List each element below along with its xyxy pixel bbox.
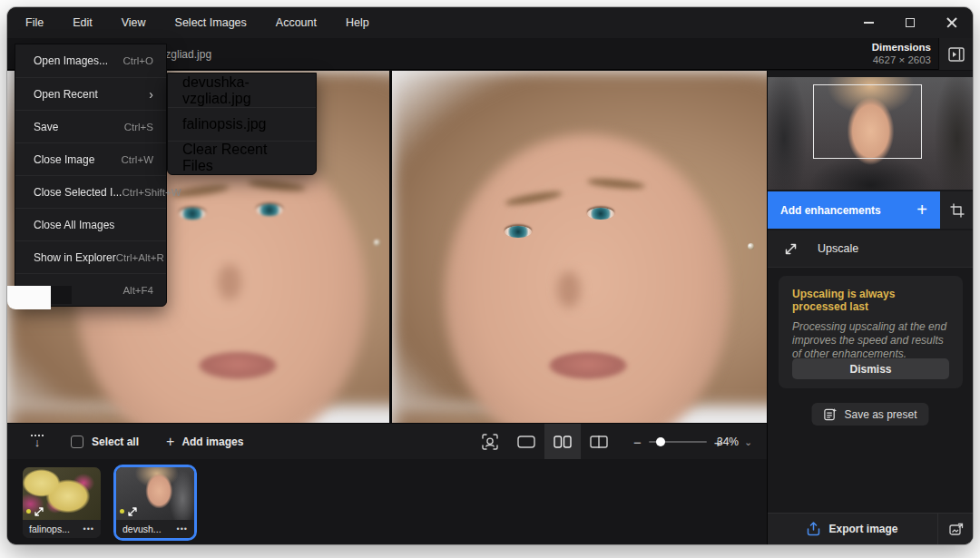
status-dot bbox=[120, 509, 124, 514]
cursor-artifact bbox=[51, 286, 72, 304]
bottom-toolbar: ↓ Select all + Add images bbox=[7, 423, 767, 459]
page-background: ✓ Preview Updated ↓ Select all + Add ima… bbox=[0, 0, 980, 558]
filmstrip-card-devushka[interactable]: devush... ••• bbox=[116, 467, 194, 538]
close-button[interactable] bbox=[931, 7, 973, 38]
menu-item-open-recent[interactable]: Open Recent › bbox=[15, 77, 166, 110]
more-options-button[interactable]: ••• bbox=[177, 524, 188, 534]
add-images-label: Add images bbox=[181, 436, 243, 448]
menu-help[interactable]: Help bbox=[331, 7, 384, 38]
app-window: ✓ Preview Updated ↓ Select all + Add ima… bbox=[7, 7, 973, 544]
menu-file[interactable]: File bbox=[7, 7, 58, 38]
menu-item-close-selected[interactable]: Close Selected I... Ctrl+Shift+W bbox=[15, 175, 166, 208]
open-recent-submenu: devushka-vzgliad.jpg falinopsis.jpg Clea… bbox=[167, 73, 317, 175]
minimize-icon bbox=[864, 22, 874, 24]
dismiss-button[interactable]: Dismiss bbox=[792, 358, 949, 379]
maximize-button[interactable] bbox=[889, 7, 931, 38]
zoom-value-dropdown[interactable]: 34% ⌄ bbox=[717, 424, 752, 460]
after-photo bbox=[392, 71, 767, 423]
maximize-icon bbox=[906, 18, 915, 27]
plus-icon: + bbox=[916, 200, 927, 220]
add-enhancements-button[interactable]: Add enhancements + bbox=[768, 191, 940, 229]
face-recovery-view-button[interactable] bbox=[472, 424, 508, 460]
face-scan-icon bbox=[482, 434, 498, 450]
panel-collapse-icon bbox=[948, 47, 965, 62]
dimensions-value: 4627 × 2603 bbox=[872, 54, 931, 66]
upscale-badge-icon bbox=[127, 506, 138, 517]
menu-item-save[interactable]: Save Ctrl+S bbox=[15, 110, 166, 142]
window-controls bbox=[848, 7, 973, 38]
menu-item-close-all[interactable]: Close All Images bbox=[15, 208, 166, 240]
clear-recent-files[interactable]: Clear Recent Files bbox=[168, 141, 316, 174]
export-bar: Export image bbox=[768, 513, 973, 544]
warning-body: Processing upscaling at the end improves… bbox=[792, 320, 949, 361]
crop-icon bbox=[950, 203, 965, 218]
white-overlay-artifact bbox=[7, 286, 51, 309]
plus-icon: + bbox=[166, 434, 174, 450]
arrow-down-icon: ↓ bbox=[34, 437, 41, 448]
upscale-icon bbox=[784, 242, 798, 256]
save-as-preset-button[interactable]: Save as preset bbox=[811, 403, 928, 426]
image-external-icon bbox=[949, 523, 964, 536]
zoom-out-button[interactable]: − bbox=[633, 435, 642, 450]
menu-view[interactable]: View bbox=[107, 7, 161, 38]
close-icon bbox=[946, 17, 957, 28]
menu-edit[interactable]: Edit bbox=[58, 7, 107, 38]
menu-item-close-image[interactable]: Close Image Ctrl+W bbox=[15, 142, 166, 175]
toggle-right-panel-button[interactable] bbox=[938, 38, 973, 70]
upscale-label: Upscale bbox=[818, 242, 858, 255]
zoom-slider-track[interactable] bbox=[649, 441, 707, 443]
side-by-side-view-button[interactable] bbox=[544, 424, 581, 460]
preset-icon bbox=[823, 407, 837, 421]
add-images-button[interactable]: + Add images bbox=[166, 434, 243, 450]
submenu-arrow-icon: › bbox=[149, 87, 153, 102]
viewport-rectangle[interactable] bbox=[813, 84, 922, 159]
zoom-slider-knob[interactable] bbox=[656, 437, 665, 446]
status-dot bbox=[26, 509, 31, 514]
upscale-section-header[interactable]: Upscale bbox=[768, 230, 973, 268]
recent-item-falinopsis[interactable]: falinopsis.jpg bbox=[168, 107, 316, 141]
menu-item-show-in-explorer[interactable]: Show in Explorer Ctrl+Alt+R bbox=[15, 240, 166, 273]
pane-divider bbox=[389, 71, 392, 423]
thumbnail-filename: devush... bbox=[122, 524, 162, 534]
select-all-checkbox[interactable] bbox=[71, 436, 83, 448]
view-mode-group bbox=[472, 424, 617, 460]
upscale-badge-icon bbox=[34, 506, 44, 517]
export-icon bbox=[807, 522, 820, 536]
zoom-slider: − + bbox=[633, 424, 722, 460]
export-image-button[interactable]: Export image bbox=[768, 522, 937, 536]
recent-item-devushka[interactable]: devushka-vzgliad.jpg bbox=[168, 73, 316, 107]
filmstrip: falinops... ••• devush... ••• bbox=[7, 459, 767, 544]
right-panel: Add enhancements + Upscale Upscaling is … bbox=[767, 71, 973, 544]
menu-select-images[interactable]: Select Images bbox=[161, 7, 261, 38]
single-view-button[interactable] bbox=[508, 424, 544, 460]
select-all-label: Select all bbox=[92, 436, 139, 448]
chevron-down-icon: ⌄ bbox=[744, 436, 752, 448]
after-image-pane[interactable] bbox=[392, 71, 767, 423]
menu-bar: File Edit View Select Images Account Hel… bbox=[7, 7, 973, 38]
file-menu-dropdown: Open Images... Ctrl+O Open Recent › Save… bbox=[15, 44, 167, 307]
navigator-preview[interactable] bbox=[768, 77, 973, 190]
collapse-filmstrip-button[interactable]: ↓ bbox=[24, 435, 51, 448]
upscale-warning-card: Upscaling is always processed last Proce… bbox=[779, 276, 963, 388]
dimensions-label: Dimensions bbox=[872, 41, 931, 54]
menu-account[interactable]: Account bbox=[261, 7, 331, 38]
dimensions-readout: Dimensions 4627 × 2603 bbox=[872, 41, 931, 66]
minimize-button[interactable] bbox=[848, 7, 889, 38]
export-image-label: Export image bbox=[828, 523, 897, 535]
menu-item-open-images[interactable]: Open Images... Ctrl+O bbox=[15, 44, 166, 77]
single-view-icon bbox=[517, 436, 535, 448]
filmstrip-card-falinopsis[interactable]: falinops... ••• bbox=[23, 467, 101, 538]
warning-title: Upscaling is always processed last bbox=[792, 288, 949, 313]
open-exported-button[interactable] bbox=[937, 514, 973, 545]
split-view-icon bbox=[590, 436, 608, 448]
side-by-side-icon bbox=[554, 436, 572, 448]
save-as-preset-label: Save as preset bbox=[844, 408, 916, 421]
more-options-button[interactable]: ••• bbox=[83, 524, 94, 534]
split-view-button[interactable] bbox=[581, 424, 617, 460]
add-enhancements-label: Add enhancements bbox=[780, 204, 881, 217]
crop-button[interactable] bbox=[940, 191, 973, 229]
thumbnail-filename: falinops... bbox=[29, 524, 70, 534]
zoom-value: 34% bbox=[717, 436, 739, 448]
